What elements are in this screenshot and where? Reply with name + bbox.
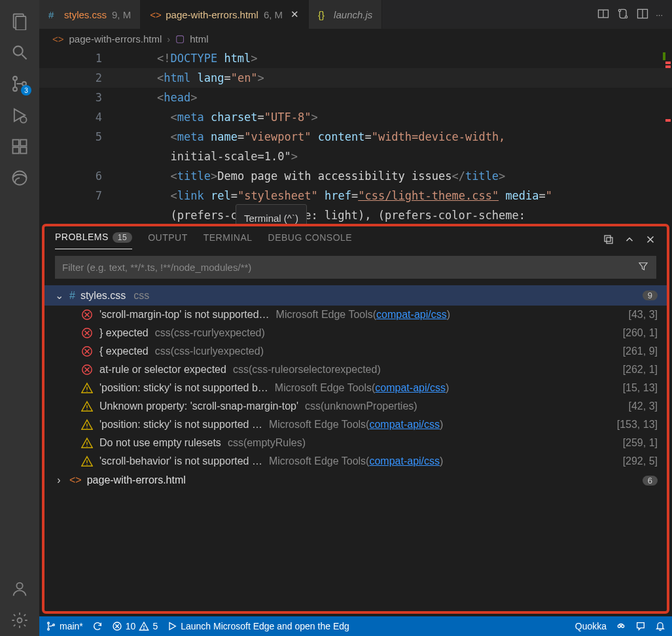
problem-source: css(css-rcurlyexpected) [155,327,265,339]
chevron-right-icon[interactable]: › [54,474,64,486]
chevron-down-icon[interactable]: ⌄ [54,289,64,302]
settings-gear-icon[interactable] [4,605,35,636]
problem-row[interactable]: at-rule or selector expected css(css-rul… [44,361,667,379]
filter-input[interactable] [56,256,631,278]
problem-row[interactable]: 'position: sticky' is not supported b… M… [44,379,667,397]
close-tab-icon[interactable]: ✕ [291,9,299,20]
problem-row[interactable]: Unknown property: 'scroll-snap-margin-to… [44,397,667,415]
svg-point-34 [86,446,87,446]
account-icon[interactable] [4,573,35,605]
code-line[interactable]: <meta name="viewport" content="width=dev… [157,127,512,147]
tab-meta: 6, M [264,9,283,20]
problem-row[interactable]: Do not use empty rulesets css(emptyRules… [44,434,667,452]
svg-point-37 [48,622,50,624]
file-type-icon: {} [318,9,328,20]
git-compare-icon[interactable] [616,7,629,22]
filter-row [55,256,656,279]
source-control-icon[interactable]: 3 [4,68,35,99]
panel-tab[interactable]: TERMINAL [203,232,253,249]
problem-file-row[interactable]: ⌄ # styles.css css 9 [44,285,667,306]
edge-icon[interactable] [4,162,35,194]
problems-status[interactable]: 10 5 [112,621,158,631]
chevron-up-icon[interactable] [624,234,635,247]
more-icon[interactable]: ··· [656,10,663,20]
problem-message: } expected [99,327,149,339]
code-editor[interactable]: 1234567 <!DOCTYPE html><html lang="en"><… [39,48,672,224]
extensions-icon[interactable] [4,131,35,162]
problem-row[interactable]: { expected css(css-lcurlyexpected) [261,… [44,342,667,361]
tab-meta: 9, M [112,9,131,20]
collapse-all-icon[interactable] [603,234,614,247]
launch-status[interactable]: Launch Microsoft Edge and open the Edg [167,621,566,631]
problem-position: [43, 3] [624,309,658,321]
status-bar: main* 10 5 Launch Microsoft Edge and ope… [39,616,672,636]
svg-rect-9 [20,140,26,146]
svg-point-43 [618,625,620,627]
quokka-status[interactable]: Quokka [575,621,607,631]
problem-file-row[interactable]: › <> page-with-errors.html 6 [44,470,667,490]
problem-message: { expected [99,345,149,357]
code-line[interactable]: <link rel="stylesheet" href="css/light-t… [157,186,552,205]
copilot-icon[interactable] [616,621,626,631]
svg-point-30 [86,409,87,410]
breadcrumb-symbol[interactable]: html [190,33,208,44]
problem-message: 'scroll-behavior' is not supported … [99,455,262,467]
hover-tooltip: Terminal (^`) [236,204,307,224]
problem-link[interactable]: compat-api/css [375,382,446,393]
search-icon[interactable] [4,37,35,68]
branch-status[interactable]: main* [46,621,83,631]
sync-status[interactable] [92,621,103,631]
svg-line-3 [22,55,27,60]
code-line[interactable]: <meta charset="UTF-8"> [157,107,318,127]
explorer-icon[interactable] [4,5,35,37]
editor-tab[interactable]: {} launch.js [309,0,382,29]
file-type-icon: <> [150,9,160,20]
open-preview-icon[interactable] [597,7,610,22]
code-line[interactable]: (prefers-color-scheme: light), (prefers-… [157,205,525,224]
panel-tab[interactable]: PROBLEMS15 [55,232,132,249]
feedback-icon[interactable] [635,621,646,631]
breadcrumb-file[interactable]: page-with-errors.html [69,33,162,44]
problem-link[interactable]: compat-api/css [376,309,447,320]
problem-link[interactable]: compat-api/css [369,455,440,467]
problem-position: [260, 1] [618,327,658,339]
file-name: styles.css [80,290,126,302]
problem-row[interactable]: 'scroll-margin-top' is not supported… Mi… [44,306,667,324]
filter-icon[interactable] [631,260,656,274]
file-problem-count: 9 [643,291,658,300]
svg-rect-21 [605,236,610,241]
bell-icon[interactable] [655,621,665,631]
problem-row[interactable]: 'position: sticky' is not supported … Mi… [44,415,667,434]
svg-point-17 [618,9,620,11]
problem-source: Microsoft Edge Tools(compat-api/css) [269,419,443,431]
svg-rect-1 [16,16,26,30]
code-line[interactable]: initial-scale=1.0"> [157,147,298,166]
editor-tabs: # styles.css 9, M <> page-with-errors.ht… [39,0,672,29]
editor-tab[interactable]: <> page-with-errors.html 6, M ✕ [141,0,309,29]
code-line[interactable]: <title>Demo page with accessibility issu… [157,166,505,186]
problem-position: [153, 13] [612,419,658,431]
problems-list[interactable]: ⌄ # styles.css css 9 'scroll-margin-top'… [44,285,667,611]
problem-row[interactable]: } expected css(css-rcurlyexpected) [260,… [44,324,667,342]
line-number: 2 [96,68,102,88]
panel-actions [603,234,656,247]
panel-tabs: PROBLEMS15OUTPUTTERMINALDEBUG CONSOLE [44,226,667,249]
problem-source: Microsoft Edge Tools(compat-api/css) [275,382,449,394]
panel-tab[interactable]: DEBUG CONSOLE [268,232,353,249]
panel-tab[interactable]: OUTPUT [148,232,188,249]
svg-point-4 [13,77,17,80]
code-line[interactable]: <!DOCTYPE html> [157,48,258,68]
problem-row[interactable]: 'scroll-behavior' is not supported … Mic… [44,452,667,470]
editor-tab[interactable]: # styles.css 9, M [39,0,141,29]
breadcrumbs[interactable]: <> page-with-errors.html › ▢ html [39,29,672,48]
problem-source: css(css-lcurlyexpected) [155,345,264,357]
problem-link[interactable]: compat-api/css [369,419,440,430]
code-line[interactable]: <html lang="en"> [157,68,264,88]
code-line[interactable]: <head> [157,88,197,107]
svg-point-42 [144,629,145,629]
split-editor-icon[interactable] [636,7,649,22]
problem-source: css(unknownProperties) [305,400,417,412]
run-debug-icon[interactable] [4,99,35,131]
close-panel-icon[interactable] [645,234,656,247]
problem-source: Microsoft Edge Tools(compat-api/css) [269,455,443,467]
